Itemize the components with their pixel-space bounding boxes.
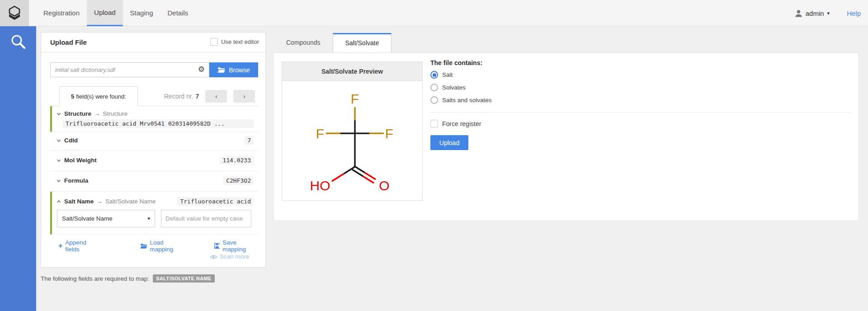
main-nav-tabs: Registration Upload Staging Details xyxy=(36,0,195,26)
plus-icon: + xyxy=(58,242,62,250)
tab-details[interactable]: Details xyxy=(160,0,195,26)
file-select-row: ⚙ Browse xyxy=(50,62,258,77)
search-icon[interactable] xyxy=(9,33,27,51)
record-label: Record nr. xyxy=(164,93,193,100)
eye-icon xyxy=(210,254,217,259)
panel-title: Upload File xyxy=(50,38,87,46)
radio-unselected-icon[interactable] xyxy=(430,84,438,91)
field-row-salt-name[interactable]: Salt Name → Salt/Solvate Name Trifluoroa… xyxy=(50,192,258,235)
save-mapping-link[interactable]: Save mapping xyxy=(214,239,258,253)
required-fields-note: The following fields are required to map… xyxy=(41,274,215,283)
tab-compounds[interactable]: Compounds xyxy=(274,33,333,52)
svg-text:F: F xyxy=(316,126,324,141)
map-arrow-icon: → xyxy=(94,110,100,117)
field-name: Mol Weight xyxy=(64,157,97,164)
radio-label: Salt xyxy=(442,71,453,78)
chevron-down-icon xyxy=(57,138,61,143)
tab-registration[interactable]: Registration xyxy=(36,0,87,26)
tab-salt-solvate[interactable]: Salt/Solvate xyxy=(333,33,392,52)
append-fields-label: Append fields xyxy=(65,239,99,253)
next-record-button[interactable]: › xyxy=(233,90,255,103)
right-panel-tabs: Compounds Salt/Solvate xyxy=(274,33,392,52)
tab-staging[interactable]: Staging xyxy=(123,0,160,26)
save-icon xyxy=(214,243,220,249)
map-arrow-icon: → xyxy=(96,198,103,205)
load-mapping-link[interactable]: Load mapping xyxy=(140,239,185,253)
field-row-formula[interactable]: Formula C2HF3O2 xyxy=(50,171,258,192)
field-value: Trifluoroacetic acid Mrv0541 02031409582… xyxy=(63,119,254,128)
mapped-field-name: Salt/Solvate Name xyxy=(105,198,156,205)
fields-found-text: field(s) were found: xyxy=(76,93,126,100)
chevron-down-icon xyxy=(57,112,61,116)
required-field-badge: SALT/SOLVATE NAME xyxy=(153,274,215,283)
salt-name-mapping-controls: Salt/Solvate Name ▾ xyxy=(57,210,254,227)
mapping-actions-row: + Append fields Load mapping Save mappin… xyxy=(50,239,258,253)
radio-option-solvates[interactable]: Solvates xyxy=(430,83,855,92)
chevron-down-icon: ▾ xyxy=(147,216,150,221)
dropdown-selected-value: Salt/Solvate Name xyxy=(62,215,113,222)
radio-option-salt[interactable]: Salt xyxy=(430,71,855,79)
use-text-editor-label: Use text editor xyxy=(221,38,259,45)
field-row-structure[interactable]: Structure → Structure Trifluoroacetic ac… xyxy=(50,106,258,132)
default-value-input[interactable] xyxy=(161,210,251,227)
user-menu[interactable]: admin ▾ xyxy=(795,9,830,17)
chevron-down-icon xyxy=(57,179,61,183)
use-text-editor-checkbox[interactable] xyxy=(210,38,218,46)
force-register-control: Force register xyxy=(430,120,855,127)
required-fields-text: The following fields are required to map… xyxy=(41,275,149,282)
upload-button[interactable]: Upload xyxy=(430,135,468,150)
chevron-down-icon xyxy=(57,158,61,163)
field-value: C2HF3O2 xyxy=(223,176,254,185)
fields-found-count: 5 xyxy=(71,93,74,100)
fields-found-tab[interactable]: 5 field(s) were found: xyxy=(59,86,138,106)
mapping-target-dropdown[interactable]: Salt/Solvate Name ▾ xyxy=(57,210,155,227)
molecule-structure-trifluoroacetic-acid: F F F HO O xyxy=(282,81,422,200)
record-number: 7 xyxy=(196,93,199,100)
salt-solvate-preview-box: Salt/Solvate Preview F F F HO O xyxy=(282,61,423,201)
open-folder-icon xyxy=(217,67,225,73)
field-value: 114.0233 xyxy=(220,156,254,165)
preview-title: Salt/Solvate Preview xyxy=(282,62,422,81)
upload-file-header: Upload File Use text editor xyxy=(41,33,265,52)
force-register-label: Force register xyxy=(442,120,481,127)
file-name-input[interactable] xyxy=(50,62,209,77)
user-name: admin xyxy=(806,9,824,17)
user-icon xyxy=(795,9,802,17)
left-sidebar xyxy=(0,26,36,311)
file-contains-section: The file contains: Salt Solvates Salts a… xyxy=(430,59,855,150)
browse-button[interactable]: Browse xyxy=(209,62,258,77)
scan-more-link[interactable]: Scan more xyxy=(50,253,249,260)
radio-unselected-icon[interactable] xyxy=(430,96,438,104)
tab-upload[interactable]: Upload xyxy=(87,0,123,26)
field-row-cdid[interactable]: CdId 7 xyxy=(50,132,258,151)
previous-record-button[interactable]: ‹ xyxy=(205,90,227,103)
hexagon-box-logo-icon xyxy=(7,5,22,21)
chevron-up-icon xyxy=(57,199,61,204)
field-name: Structure xyxy=(64,110,91,117)
radio-selected-icon[interactable] xyxy=(430,71,438,79)
chevron-down-icon: ▾ xyxy=(827,10,830,16)
top-navigation-bar: Registration Upload Staging Details admi… xyxy=(0,0,868,26)
gear-icon[interactable]: ⚙ xyxy=(198,65,205,74)
field-name: Salt Name xyxy=(64,198,94,205)
topbar-right-area: admin ▾ Help xyxy=(795,0,861,26)
load-mapping-label: Load mapping xyxy=(150,239,185,253)
field-row-mol-weight[interactable]: Mol Weight 114.0233 xyxy=(50,151,258,171)
salt-solvate-panel: Salt/Solvate Preview F F F HO O xyxy=(274,52,859,220)
browse-button-label: Browse xyxy=(229,66,250,74)
help-link[interactable]: Help xyxy=(847,9,861,17)
record-navigation: Record nr. 7 ‹ › xyxy=(164,86,258,106)
app-logo[interactable] xyxy=(0,0,29,26)
force-register-checkbox[interactable] xyxy=(430,120,438,127)
svg-text:HO: HO xyxy=(310,178,330,193)
radio-option-salts-and-solvates[interactable]: Salts and solvates xyxy=(430,96,855,104)
radio-label: Solvates xyxy=(442,84,466,91)
upload-file-panel: Upload File Use text editor ⚙ Browse 5 f… xyxy=(41,32,266,268)
mapped-field-name: Structure xyxy=(103,110,128,117)
field-value: 7 xyxy=(245,136,254,145)
field-name: CdId xyxy=(64,137,78,144)
open-folder-icon xyxy=(140,243,147,249)
scan-more-label: Scan more xyxy=(220,253,249,260)
append-fields-link[interactable]: + Append fields xyxy=(58,239,99,253)
svg-text:O: O xyxy=(379,178,389,193)
